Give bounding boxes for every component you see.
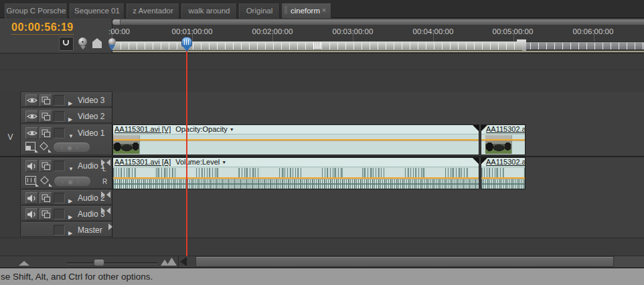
ruler-label: 00:06:00:00 [573, 27, 614, 35]
collapse-track-icon[interactable] [68, 96, 72, 108]
clip-effect-dropdown[interactable]: Opacity:Opacity▼ [175, 125, 234, 133]
clip-name: AA115302.a [486, 158, 525, 166]
collapse-track-icon[interactable] [68, 161, 74, 173]
keyframe-navigator[interactable]: ‹◆› [54, 176, 91, 187]
toggle-track-output-button[interactable] [25, 127, 38, 139]
tab-group-c-porsche[interactable]: Group C Porsche [5, 3, 68, 18]
collapse-track-icon[interactable] [68, 193, 72, 205]
horizontal-scrollbar-thumb[interactable] [195, 256, 614, 267]
speaker-icon [27, 194, 37, 203]
video1-header: Video 1 ‹◆› [21, 124, 112, 155]
tab-cineform[interactable]: cineform × [282, 3, 331, 18]
track-lock-toggle[interactable] [54, 95, 65, 106]
zoom-slider-handle[interactable] [94, 259, 104, 266]
second-ticks [112, 43, 644, 50]
eye-icon [27, 129, 37, 137]
video-clip-AA115301[interactable]: AA115301.avi [V]Opacity:Opacity▼ [112, 124, 479, 155]
set-display-style-button[interactable] [25, 142, 35, 151]
opacity-rubber-band[interactable] [113, 139, 479, 140]
show-keyframes-button[interactable] [40, 176, 49, 185]
video-target-badge[interactable]: V [0, 132, 21, 142]
eye-icon [27, 112, 37, 120]
playhead-handle[interactable] [181, 37, 192, 47]
clip-title-bar: AA115302.av [481, 125, 525, 134]
tab-walk-around[interactable]: walk around [181, 3, 237, 18]
toggle-track-output-button[interactable] [25, 192, 38, 204]
media-end-icon [473, 158, 479, 164]
sequence-start-triangle-icon [108, 45, 115, 51]
sync-lock-button[interactable] [39, 127, 52, 139]
track-row-video2: Video 2 [0, 108, 644, 124]
master-header: Master [21, 222, 112, 237]
work-area-center-grip[interactable] [313, 42, 321, 49]
status-text: se Shift, Alt, and Ctrl for other option… [1, 272, 153, 282]
empty-area-below-tracks [0, 238, 644, 256]
opacity-rubber-band[interactable] [481, 139, 525, 140]
clip-thumbnail [113, 135, 140, 154]
channel-left-label: L [102, 165, 106, 173]
tab-original[interactable]: Original [239, 3, 280, 18]
set-display-style-button[interactable] [25, 176, 36, 185]
horizontal-scrollbar-track[interactable] [614, 256, 644, 267]
volume-rubber-band[interactable] [481, 177, 525, 179]
set-encore-chapter-marker-button[interactable] [78, 37, 88, 51]
tab-z-aventador[interactable]: z Aventador [127, 3, 179, 18]
ruler-label: :00:00 [108, 27, 130, 35]
target-strip-cell[interactable] [0, 157, 21, 189]
video-clip-AA115302[interactable]: AA115302.av [481, 124, 526, 155]
sync-lock-button[interactable] [39, 160, 52, 172]
toggle-track-output-button[interactable] [25, 110, 38, 122]
waveform-left-channel [113, 168, 479, 177]
sync-lock-icon [42, 96, 51, 105]
audio2-content[interactable] [112, 189, 644, 205]
sync-lock-button[interactable] [39, 208, 52, 220]
video3-content[interactable] [112, 92, 644, 108]
track-lock-toggle[interactable] [54, 225, 65, 235]
audio-clip-AA115302[interactable]: AA115302.a [481, 157, 526, 189]
clip-effect-dropdown[interactable]: Volume:Level▼ [175, 158, 226, 166]
toggle-track-output-button[interactable] [25, 160, 38, 172]
sync-lock-button[interactable] [39, 192, 52, 204]
playhead-line [186, 37, 187, 256]
audio3-content[interactable] [112, 205, 644, 221]
sync-lock-icon [42, 162, 51, 171]
close-icon[interactable]: × [320, 3, 328, 18]
target-strip-cell[interactable] [0, 205, 21, 221]
target-strip-cell[interactable] [0, 92, 21, 108]
viewing-area-bar-left-handle[interactable] [112, 19, 120, 25]
collapse-track-icon[interactable] [68, 209, 72, 221]
show-keyframes-button[interactable] [39, 142, 48, 151]
eye-icon [27, 96, 37, 104]
sync-lock-icon [42, 194, 51, 203]
track-lock-toggle[interactable] [54, 111, 65, 122]
collapse-track-icon[interactable] [68, 225, 72, 238]
track-lock-toggle[interactable] [54, 209, 65, 219]
audio-clip-AA115301[interactable]: AA115301.avi [A]Volume:Level▼ [112, 157, 479, 189]
sync-lock-button[interactable] [39, 110, 52, 122]
track-lock-toggle[interactable] [54, 161, 65, 171]
set-unnumbered-marker-button[interactable] [92, 38, 102, 48]
toggle-track-output-button[interactable] [25, 208, 38, 220]
tab-sequence-01[interactable]: Sequence 01 [70, 3, 125, 18]
zoom-slider-track[interactable] [67, 262, 157, 264]
video2-content[interactable] [112, 108, 644, 124]
empty-area-above-tracks [0, 54, 644, 92]
snap-button[interactable] [59, 37, 74, 51]
track-lock-toggle[interactable] [54, 193, 65, 203]
target-strip-cell [0, 221, 21, 238]
volume-rubber-band[interactable] [113, 177, 479, 179]
sync-lock-button[interactable] [39, 94, 52, 106]
collapse-track-icon[interactable] [68, 112, 72, 124]
target-strip-cell[interactable] [0, 108, 21, 124]
toggle-track-output-button[interactable] [25, 94, 38, 106]
stereo-track-icon [101, 191, 110, 198]
current-timecode[interactable]: 00:00:56:19 [11, 21, 74, 35]
track-lock-toggle[interactable] [54, 128, 65, 138]
playhead-tip-icon [183, 46, 191, 52]
track-name: Video 1 [78, 128, 104, 138]
keyframe-navigator[interactable]: ‹◆› [53, 142, 90, 153]
viewing-area-bar[interactable] [112, 19, 644, 25]
collapse-track-icon[interactable] [68, 128, 74, 140]
scroll-left-arrow[interactable] [180, 257, 187, 266]
target-strip-cell[interactable] [0, 189, 21, 205]
